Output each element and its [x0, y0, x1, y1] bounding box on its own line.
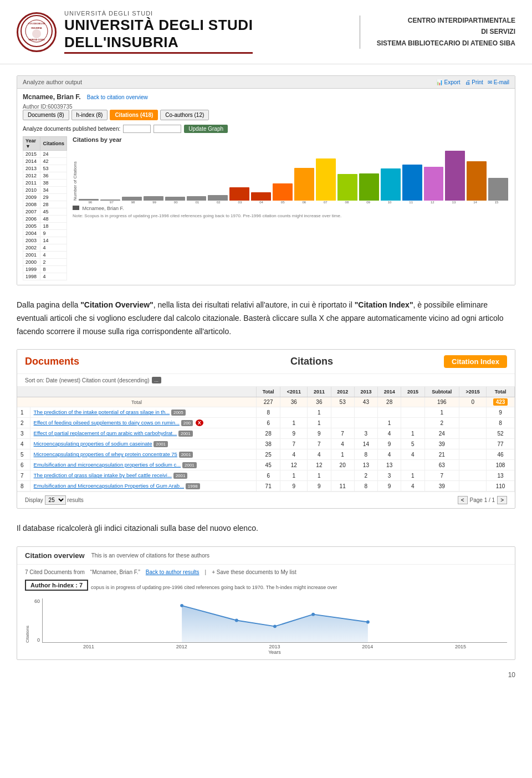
- doc-grand: 46: [487, 449, 515, 460]
- next-page-btn[interactable]: >: [497, 496, 507, 504]
- y2012-col-header: 2012: [331, 387, 354, 397]
- doc-2013: 14: [354, 439, 377, 449]
- total-sum-pre2011: 36: [280, 397, 308, 407]
- tab-documents[interactable]: Documents (8): [23, 110, 69, 120]
- doc-number: 7: [17, 470, 30, 481]
- year-cell: 2003: [23, 237, 40, 244]
- table-row: 200745: [23, 208, 67, 216]
- doc-title-cell: Effect of partial replacement of gum ara…: [30, 428, 256, 439]
- doc-2012: [331, 407, 354, 418]
- chart-x-label: 96: [80, 201, 100, 204]
- prev-page-btn[interactable]: <: [458, 496, 468, 504]
- scopus-action-buttons[interactable]: 📊 Export 🖨 Print ✉ E-mail: [436, 79, 509, 85]
- doc-title-link[interactable]: Emulsification and microencapsulation pr…: [34, 462, 181, 468]
- citation-cell: 45: [40, 208, 67, 216]
- total-sum-subtotal: 196: [424, 397, 459, 407]
- date-to[interactable]: [154, 125, 181, 133]
- tab-citations[interactable]: Citations (418): [110, 110, 158, 120]
- doc-pre2011: 4: [280, 449, 308, 460]
- docs-footer: Display 25 50 results < Page 1 / 1 >: [17, 492, 515, 508]
- sort-badge[interactable]: ...: [152, 377, 162, 383]
- subtotal-col-header: Subtotal: [424, 387, 459, 397]
- doc-2011: 12: [308, 460, 331, 470]
- sort-label: Sort on: Date (newest) Citation count (d…: [25, 377, 150, 383]
- tab-hindex[interactable]: h-index (8): [71, 110, 108, 120]
- area-chart-svg-container: 2011 2012 2013 2014 2015 Years: [40, 598, 507, 655]
- doc-total: 6: [257, 470, 280, 481]
- doc-pre2011: 9: [280, 481, 308, 492]
- table-row: 19998: [23, 266, 67, 273]
- date-from[interactable]: [123, 125, 151, 133]
- doc-title-link[interactable]: Microencapsulating properties of sodium …: [34, 441, 152, 447]
- scopus-toolbar-title: Analyze author output: [23, 79, 82, 85]
- doc-2014: 13: [378, 460, 401, 470]
- co-subtitle: This is an overview of citations for the…: [91, 552, 209, 559]
- citation-overview-box: Citation overview This is an overview of…: [17, 546, 515, 660]
- back-to-author-link[interactable]: Back to author results: [146, 569, 200, 575]
- doc-title-link[interactable]: The prediction of grass silage intake by…: [34, 472, 172, 478]
- doc-2015: [401, 407, 424, 418]
- doc-title-cell: Effect of feeding oilseed supplements to…: [30, 418, 256, 428]
- doc-total: 8: [257, 407, 280, 418]
- print-link[interactable]: 🖨 Print: [465, 79, 483, 85]
- doc-grand: 110: [487, 481, 515, 492]
- year-cell: 1998: [23, 273, 40, 280]
- exclude-x-btn[interactable]: X: [196, 419, 203, 426]
- bar-chart: [78, 145, 509, 201]
- total-sum-grand: 423: [487, 397, 515, 407]
- year-cell: 2015: [23, 151, 40, 158]
- uni-sub-name: DELL'INSUBRIA: [64, 34, 253, 54]
- update-graph-btn[interactable]: Update Graph: [184, 125, 228, 133]
- date-label: Analyze documents published between:: [23, 126, 120, 132]
- x-2011: 2011: [83, 644, 94, 649]
- results-per-page[interactable]: 25 50: [45, 495, 66, 505]
- doc-post2015: [459, 439, 487, 449]
- y2011-col-header: 2011: [308, 387, 331, 397]
- chart-x-label: 10: [380, 201, 400, 204]
- doc-subtotal: 21: [424, 449, 459, 460]
- year-cell: 2004: [23, 230, 40, 237]
- doc-title-link[interactable]: Emulsification and Microencapsulation Pr…: [34, 483, 184, 489]
- chart-x-label: 97: [102, 201, 122, 204]
- page-header: STUDIORUM INSUBRIA VARESE·COMO UNIVERSIT…: [0, 0, 532, 64]
- university-name: UNIVERSITÀ DEGLI STUDI UNIVERSITÀ DEGLI …: [64, 10, 253, 54]
- doc-2015: 4: [401, 449, 424, 460]
- doc-2015: 1: [401, 470, 424, 481]
- back-link[interactable]: Back to citation overview: [87, 94, 148, 100]
- chart-bar: [316, 158, 336, 201]
- year-cell: 2013: [23, 165, 40, 172]
- x-axis-title: Years: [42, 649, 507, 655]
- doc-title-link[interactable]: Effect of partial replacement of gum ara…: [34, 430, 177, 436]
- doc-title-cell: Microencapsulating properties of whey pr…: [30, 449, 256, 460]
- year-cell: 2009: [23, 194, 40, 201]
- chart-title: Citations by year: [73, 136, 509, 143]
- doc-grand: 8: [487, 418, 515, 428]
- doc-2012: [331, 470, 354, 481]
- doc-2012: 1: [331, 449, 354, 460]
- doc-title-link[interactable]: The prediction of the intake potential o…: [34, 409, 170, 415]
- date-filter: Analyze documents published between: Upd…: [23, 125, 509, 133]
- doc-2014: 4: [378, 449, 401, 460]
- doc-title-link[interactable]: Effect of feeding oilseed supplements to…: [34, 419, 180, 426]
- tab-coauthors[interactable]: Co-authors (12): [160, 110, 209, 120]
- doc-2014: 1: [378, 418, 401, 428]
- year-cell: 2002: [23, 244, 40, 252]
- export-link[interactable]: 📊 Export: [436, 79, 461, 85]
- email-link[interactable]: ✉ E-mail: [488, 79, 509, 85]
- x-2015: 2015: [455, 644, 466, 649]
- doc-year-badge: 2001: [179, 452, 193, 458]
- svg-point-10: [366, 621, 370, 624]
- chart-bar: [381, 168, 401, 201]
- citation-cell: 34: [40, 187, 67, 194]
- citation-cell: 24: [40, 151, 67, 158]
- chart-x-label: 11: [401, 201, 421, 204]
- y-axis-top: 60: [31, 598, 40, 604]
- display-label: Display: [25, 497, 43, 503]
- doc-2014: 9: [378, 439, 401, 449]
- doc-subtotal: 39: [424, 481, 459, 492]
- doc-title-link[interactable]: Microencapsulating properties of whey pr…: [34, 451, 177, 457]
- svg-text:STUDIORUM: STUDIORUM: [28, 22, 45, 25]
- area-chart-wrapper: Citations 60 0: [25, 598, 507, 655]
- save-docs-link[interactable]: + Save these documents to My list: [212, 569, 296, 575]
- results-label: results: [67, 497, 83, 503]
